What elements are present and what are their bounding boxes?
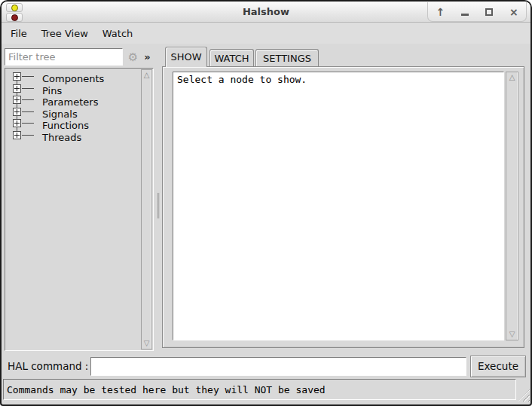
tree-item-functions[interactable]: Functions: [6, 118, 139, 130]
tree-rows: Components Pins Parameters Signals Funct: [6, 71, 139, 141]
tree-item-signals[interactable]: Signals: [6, 106, 139, 118]
tree-item-parameters[interactable]: Parameters: [6, 94, 139, 106]
filter-tree-input[interactable]: [5, 48, 123, 66]
tree-item-components[interactable]: Components: [6, 71, 139, 83]
expand-plus-icon[interactable]: [13, 72, 21, 81]
tree-branch-line: [22, 88, 34, 89]
halshow-window: Halshow ↑ × File Tree View Watch ⚙ »: [0, 0, 532, 406]
tree-branch-line: [22, 135, 34, 136]
show-text-scrollbar[interactable]: △ ▽: [506, 72, 518, 340]
menu-tree-view[interactable]: Tree View: [40, 26, 90, 41]
close-button[interactable]: ×: [504, 4, 524, 20]
tree-scrollbar[interactable]: △ ▽: [141, 69, 152, 350]
tree-branch-line: [22, 76, 34, 77]
tree-branch-line: [22, 111, 34, 112]
close-icon: ×: [509, 6, 518, 18]
expand-plus-icon[interactable]: [13, 96, 21, 104]
scroll-down-icon[interactable]: ▽: [506, 329, 518, 340]
scroll-up-icon[interactable]: △: [142, 70, 151, 81]
window-controls: ↑ ×: [427, 2, 527, 22]
maximize-icon: [485, 8, 493, 16]
hal-command-input[interactable]: [90, 357, 466, 376]
expand-plus-icon[interactable]: [13, 119, 21, 127]
tree-expand-button[interactable]: »: [141, 48, 154, 66]
tab-watch[interactable]: WATCH: [209, 49, 254, 67]
chevron-double-right-icon: »: [144, 51, 150, 63]
tab-show[interactable]: SHOW: [165, 47, 207, 67]
titlebar[interactable]: Halshow ↑ ×: [2, 2, 530, 23]
tree-branch-line: [22, 99, 34, 100]
filter-options-button[interactable]: ⚙: [126, 48, 140, 66]
minimize-button[interactable]: [455, 4, 475, 20]
expand-plus-icon[interactable]: [13, 131, 21, 139]
tab-settings[interactable]: SETTINGS: [255, 49, 319, 67]
expand-plus-icon[interactable]: [13, 108, 21, 116]
resize-grip-icon[interactable]: [518, 389, 530, 401]
tree-item-threads[interactable]: Threads: [6, 130, 139, 142]
tree-item-pins[interactable]: Pins: [6, 83, 139, 95]
panel-splitter-handle[interactable]: [157, 193, 161, 218]
maximize-button[interactable]: [479, 4, 499, 20]
tree-branch-line: [22, 123, 34, 124]
execute-button[interactable]: Execute: [470, 356, 526, 377]
tree-item-label[interactable]: Threads: [42, 132, 81, 143]
scroll-down-icon[interactable]: ▽: [142, 338, 151, 349]
menubar: File Tree View Watch: [2, 23, 530, 44]
hal-command-label: HAL command :: [8, 360, 88, 372]
menu-watch[interactable]: Watch: [101, 26, 134, 41]
status-bar: Commands may be tested here but they wil…: [3, 379, 516, 400]
menu-file[interactable]: File: [9, 26, 29, 41]
hal-tree: Components Pins Parameters Signals Funct: [5, 68, 154, 351]
expand-plus-icon[interactable]: [13, 84, 21, 93]
scroll-up-icon[interactable]: △: [506, 72, 518, 83]
notebook-panel: Select a node to show. △ ▽: [162, 66, 524, 348]
show-text-area[interactable]: Select a node to show.: [173, 72, 504, 340]
shade-button[interactable]: ↑: [430, 4, 450, 20]
shade-icon: ↑: [436, 6, 445, 18]
minimize-icon: [461, 14, 469, 16]
gear-icon: ⚙: [128, 50, 138, 64]
